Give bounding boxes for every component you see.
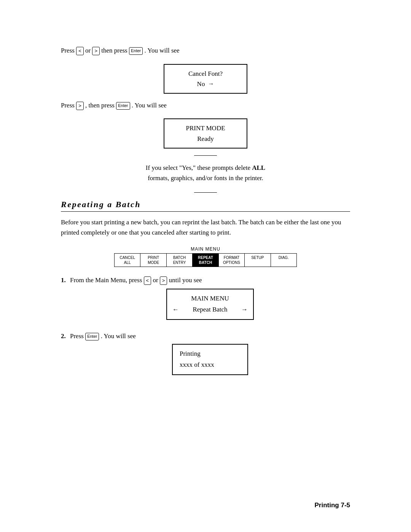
menu-item-repeat-batch: REPEATBATCH <box>193 254 218 267</box>
intro-or: or <box>85 47 91 54</box>
printing-line2: xxxx of xxxx <box>180 359 241 371</box>
cancel-font-arrow: → <box>208 79 214 89</box>
key-enter-step2: Enter <box>85 333 99 340</box>
step2-text2: . You will see <box>101 332 136 340</box>
printing-box: Printing xxxx of xxxx <box>172 344 248 375</box>
key-left-1: < <box>76 47 84 55</box>
arrow-right-icon: → <box>241 304 248 315</box>
steps-list: 1. From the Main Menu, press < or > unti… <box>61 275 350 381</box>
cancel-font-no: No <box>197 79 205 89</box>
divider-2 <box>194 192 217 193</box>
repeat-batch-label: Repeat Batch <box>193 304 227 315</box>
key-enter-1: Enter <box>129 47 143 54</box>
menu-item-cancel-all: CANCELALL <box>115 254 140 267</box>
note-text-content: If you select "Yes," these prompts delet… <box>146 164 265 182</box>
footer: Printing 7-5 <box>314 502 350 509</box>
step1-or: or <box>153 276 158 284</box>
intro-text1: Press <box>61 47 75 54</box>
step2-text1: Press <box>70 332 84 340</box>
key-right-2: > <box>76 102 84 110</box>
main-menu-box: MAIN MENU ← Repeat Batch → <box>166 289 254 320</box>
step-1: 1. From the Main Menu, press < or > unti… <box>61 275 350 325</box>
intro-you-will-see: . You will see <box>145 47 180 54</box>
main-menu-line2: ← Repeat Batch → <box>172 304 248 315</box>
step-2: 2. Press Enter . You will see Printing x… <box>61 331 350 380</box>
press-right-text3: . You will see <box>132 102 167 109</box>
menu-item-diag: DIAG. <box>271 254 296 267</box>
footer-label: Printing <box>314 502 339 509</box>
press-right-text1: Press <box>61 102 75 109</box>
arrow-left-icon: ← <box>172 304 179 315</box>
intro-instruction: Press < or > then press Enter . You will… <box>61 46 350 56</box>
press-right-text2: , then press <box>85 102 115 109</box>
step1-num: 1. <box>61 275 68 285</box>
step1-text1: From the Main Menu, press <box>70 276 142 284</box>
menu-item-print-mode: PRINTMODE <box>140 254 166 267</box>
divider-1 <box>194 155 217 156</box>
step2-num: 2. <box>61 331 68 341</box>
step2-content: Press Enter . You will see Printing xxxx… <box>70 331 350 380</box>
intro-then: then press <box>101 47 127 54</box>
page: Press < or > then press Enter . You will… <box>0 0 411 532</box>
step1-content: From the Main Menu, press < or > until y… <box>70 275 350 325</box>
section-heading: Repeating a Batch <box>61 200 350 212</box>
printing-line1: Printing <box>180 348 241 359</box>
body-paragraph: Before you start printing a new batch, y… <box>61 217 350 238</box>
menu-item-format-options: FORMATOPTIONS <box>219 254 245 267</box>
print-mode-line2: Ready <box>171 134 240 144</box>
menu-item-batch-entry: BATCHENTRY <box>167 254 193 267</box>
key-right-1: > <box>92 47 100 55</box>
cancel-font-line1: Cancel Font? <box>171 69 240 79</box>
print-mode-line1: PRINT MODE <box>171 123 240 133</box>
press-right-instruction: Press > , then press Enter . You will se… <box>61 101 350 110</box>
menu-item-setup: SETUP <box>245 254 271 267</box>
key-left-step1: < <box>144 276 151 285</box>
cancel-font-box: Cancel Font? No → <box>164 64 247 94</box>
step1-text2: until you see <box>169 276 202 284</box>
menu-bar: CANCELALL PRINTMODE BATCHENTRY REPEATBAT… <box>114 253 297 267</box>
key-right-step1: > <box>160 276 167 285</box>
note-text: If you select "Yes," these prompts delet… <box>61 163 350 183</box>
main-menu-line1: MAIN MENU <box>172 293 248 304</box>
print-mode-box: PRINT MODE Ready <box>164 118 247 148</box>
cancel-font-line2: No → <box>171 79 240 89</box>
menu-bar-label: MAIN MENU <box>114 246 297 252</box>
menu-bar-container: MAIN MENU CANCELALL PRINTMODE BATCHENTRY… <box>114 246 297 267</box>
footer-page-num: 7-5 <box>341 502 350 509</box>
key-enter-2: Enter <box>116 102 130 109</box>
